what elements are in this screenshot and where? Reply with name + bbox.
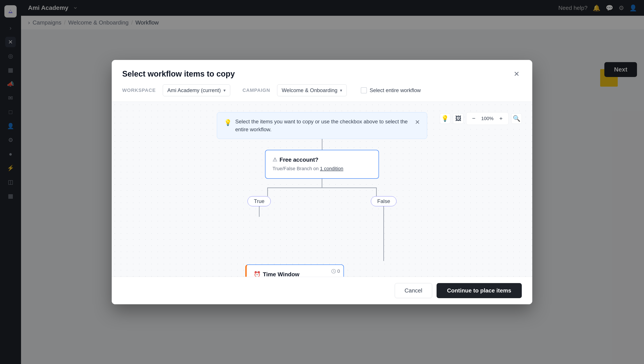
workspace-select[interactable]: Ami Academy (current) ▾ [163,84,230,96]
zoom-controls: 💡 🖼 − 100% + 🔍 [440,112,522,125]
workspace-value: Ami Academy (current) [167,87,221,94]
true-label: True [248,196,271,206]
image-icon[interactable]: 🖼 [453,113,464,124]
branch-lines [245,179,399,196]
info-close-button[interactable]: ✕ [415,118,420,127]
time-window-title: ⏰ Time Window [254,271,336,277]
branch-node-subtitle: True/False Branch on 1 condition [273,165,371,172]
continue-button[interactable]: Continue to place items [437,283,522,298]
select-entire-label: Select entire workflow [369,87,420,94]
info-text: Select the items you want to copy or use… [235,118,411,134]
zoom-in-button[interactable]: + [496,114,506,124]
modal-footer: Cancel Continue to place items [112,277,532,304]
condition-link[interactable]: 1 condition [320,166,343,171]
branch-labels-row: True False [245,196,399,261]
campaign-value: Welcome & Onboarding [282,87,337,94]
campaign-chevron: ▾ [340,88,342,93]
workspace-label: WORKSPACE [122,88,156,93]
cancel-button[interactable]: Cancel [395,283,432,298]
lightbulb-icon[interactable]: 💡 [440,113,450,124]
info-banner: 💡 Select the items you want to copy or u… [217,112,427,139]
modal-close-button[interactable]: ✕ [511,69,522,79]
modal: Select workflow items to copy ✕ WORKSPAC… [112,60,532,304]
checkbox-box[interactable] [361,87,367,94]
time-window-container: ⏰ Time Window 0 Wait until a weekday bet… [245,264,399,277]
search-icon[interactable]: 🔍 [511,113,522,124]
campaign-select[interactable]: Welcome & Onboarding ▾ [277,84,347,96]
modal-title: Select workflow items to copy [122,69,235,78]
time-window-icon: ⏰ [254,271,261,277]
time-window-badge: 0 [331,268,340,274]
modal-body: 💡 Select the items you want to copy or u… [112,102,532,277]
branch-node[interactable]: ⚠ Free account? True/False Branch on 1 c… [265,150,379,179]
select-entire-workflow-checkbox[interactable]: Select entire workflow [361,87,420,94]
time-window-node[interactable]: ⏰ Time Window 0 Wait until a weekday bet… [245,264,344,277]
branch-icon: ⚠ [273,156,277,163]
campaign-label: CAMPAIGN [243,88,270,93]
zoom-percentage: 100% [480,116,495,122]
modal-filters: WORKSPACE Ami Academy (current) ▾ CAMPAI… [122,84,522,96]
modal-title-row: Select workflow items to copy ✕ [122,69,522,79]
false-label: False [371,196,396,206]
workspace-chevron: ▾ [224,88,226,93]
zoom-out-button[interactable]: − [469,114,479,124]
info-icon: 💡 [224,118,232,127]
modal-overlay: Select workflow items to copy ✕ WORKSPAC… [0,0,644,364]
branch-node-title: ⚠ Free account? [273,156,371,163]
modal-header: Select workflow items to copy ✕ WORKSPAC… [112,60,532,102]
